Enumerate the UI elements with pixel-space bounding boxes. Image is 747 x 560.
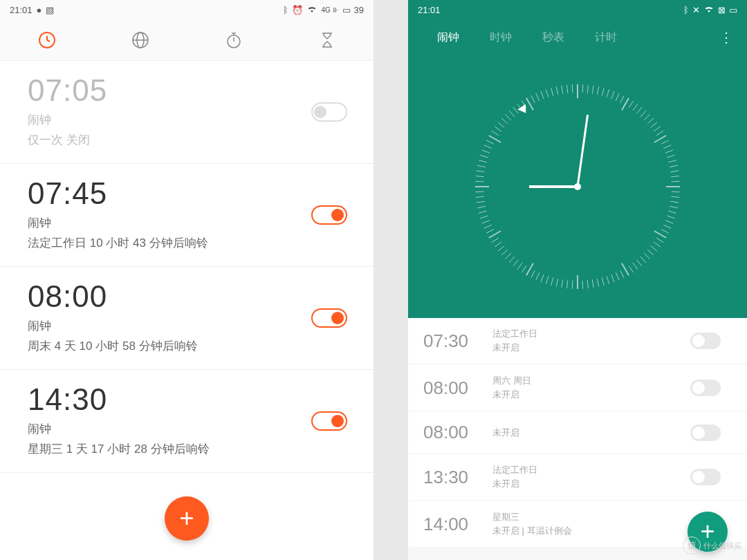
alarm-label: 闹钟 — [28, 318, 346, 334]
svg-line-107 — [486, 140, 494, 144]
alarm-time: 08:00 — [28, 279, 346, 314]
alarm-time: 08:00 — [423, 422, 492, 443]
svg-line-103 — [479, 160, 487, 162]
battery-level: 39 — [354, 5, 364, 15]
svg-line-126 — [567, 85, 568, 93]
svg-line-30 — [663, 145, 671, 149]
alarm-time: 13:30 — [423, 467, 492, 488]
status-time: 21:01 — [10, 5, 33, 15]
bluetooth-icon: ᛒ — [683, 5, 689, 15]
alarm-item[interactable]: 07:45 闹钟 法定工作日 10 小时 43 分钟后响铃 — [0, 164, 374, 267]
alarm-toggle[interactable] — [311, 102, 347, 122]
svg-line-123 — [551, 88, 553, 96]
tab-stopwatch[interactable] — [225, 31, 243, 49]
svg-line-27 — [656, 131, 663, 136]
svg-line-47 — [661, 230, 669, 233]
alarm-line1: 法定工作日 — [492, 464, 537, 476]
svg-line-54 — [640, 256, 646, 263]
alarm-toggle[interactable] — [690, 333, 721, 349]
svg-line-79 — [522, 265, 526, 272]
bluetooth-icon: ᛒ — [283, 5, 288, 15]
tab-worldclock[interactable] — [131, 31, 149, 49]
alarm-line1: 周六 周日 — [492, 375, 531, 387]
svg-line-66 — [587, 280, 588, 288]
tab-2[interactable]: 秒表 — [527, 30, 580, 45]
alarm-info: 未开启 — [492, 427, 519, 439]
alarm-time: 14:00 — [423, 514, 492, 535]
svg-line-40 — [671, 196, 679, 197]
svg-line-57 — [629, 265, 634, 272]
svg-line-83 — [505, 253, 510, 259]
tab-row — [0, 19, 374, 61]
alarm-line1: 星期三 — [492, 511, 572, 523]
alarm-toggle[interactable] — [311, 411, 347, 431]
wifi-icon — [306, 6, 317, 14]
svg-line-65 — [592, 279, 593, 288]
tab-3[interactable]: 计时 — [580, 30, 632, 45]
close-icon: ⊠ — [718, 5, 726, 15]
alarm-label: 闹钟 — [28, 112, 346, 128]
svg-line-121 — [541, 91, 544, 99]
alarm-info: 周六 周日 未开启 — [492, 375, 531, 401]
alarm-toggle[interactable] — [311, 308, 347, 328]
svg-line-82 — [509, 256, 515, 263]
svg-line-100 — [476, 176, 484, 177]
alarm-item[interactable]: 08:00 周六 周日 未开启 — [408, 365, 747, 411]
svg-line-63 — [602, 277, 604, 286]
svg-line-67 — [582, 281, 583, 289]
alarm-item[interactable]: 08:00 未开启 — [408, 412, 747, 453]
svg-line-60 — [616, 272, 619, 280]
svg-line-12 — [597, 86, 598, 95]
alarm-item[interactable]: 14:30 闹钟 星期三 1 天 17 小时 28 分钟后响铃 — [0, 370, 374, 473]
svg-line-50 — [654, 242, 661, 247]
alarm-line2: 未开启 | 耳温计例会 — [492, 525, 572, 537]
alarm-detail: 仅一次 关闭 — [28, 132, 346, 148]
svg-line-23 — [644, 114, 649, 120]
svg-line-91 — [482, 221, 490, 223]
alarm-info: 法定工作日 未开启 — [492, 464, 537, 490]
svg-line-102 — [477, 165, 486, 167]
svg-line-39 — [672, 192, 680, 192]
alarm-item[interactable]: 07:05 闹钟 仅一次 关闭 — [0, 61, 374, 164]
center-dot — [574, 183, 581, 190]
add-alarm-button[interactable]: + — [165, 496, 209, 541]
svg-line-105 — [482, 150, 490, 153]
svg-line-56 — [633, 263, 638, 270]
alarm-toggle[interactable] — [690, 424, 721, 441]
svg-line-125 — [562, 86, 563, 94]
svg-line-80 — [517, 263, 522, 270]
svg-line-61 — [611, 274, 614, 282]
svg-line-81 — [513, 260, 519, 266]
svg-line-70 — [567, 280, 568, 288]
alarm-line2: 未开启 — [492, 389, 531, 401]
battery-icon: ▭ — [342, 5, 351, 15]
alarm-item[interactable]: 07:30 法定工作日 未开启 — [408, 318, 747, 364]
more-icon[interactable]: ⋮ — [719, 29, 733, 46]
svg-line-43 — [668, 211, 676, 213]
alarm-detail: 星期三 1 天 17 小时 28 分钟后响铃 — [28, 441, 346, 457]
alarm-line1: 法定工作日 — [492, 328, 537, 340]
tab-0[interactable]: 闹钟 — [422, 30, 474, 45]
svg-line-113 — [505, 114, 510, 120]
alarm-time: 14:30 — [28, 382, 346, 417]
tab-1[interactable]: 时钟 — [474, 30, 527, 45]
tab-timer[interactable] — [318, 31, 336, 49]
image-icon: ▧ — [46, 5, 54, 15]
tab-alarm[interactable] — [38, 31, 56, 49]
svg-line-122 — [546, 89, 548, 97]
svg-line-35 — [670, 171, 679, 172]
alarm-item[interactable]: 13:30 法定工作日 未开启 — [408, 454, 747, 500]
alarm-item[interactable]: 08:00 闹钟 周末 4 天 10 小时 58 分钟后响铃 — [0, 267, 374, 370]
svg-line-36 — [671, 176, 679, 177]
alarm-toggle[interactable] — [690, 469, 721, 485]
svg-line-34 — [670, 165, 678, 167]
alarm-toggle[interactable] — [690, 380, 721, 396]
alarm-info: 星期三 未开启 | 耳温计例会 — [492, 511, 572, 537]
alarm-label: 闹钟 — [28, 421, 346, 437]
svg-line-13 — [602, 88, 604, 96]
svg-line-69 — [572, 281, 573, 289]
svg-line-106 — [484, 145, 492, 149]
svg-line-73 — [551, 277, 553, 286]
alarm-toggle[interactable] — [311, 205, 347, 225]
alarm-detail: 周末 4 天 10 小时 58 分钟后响铃 — [28, 338, 346, 354]
